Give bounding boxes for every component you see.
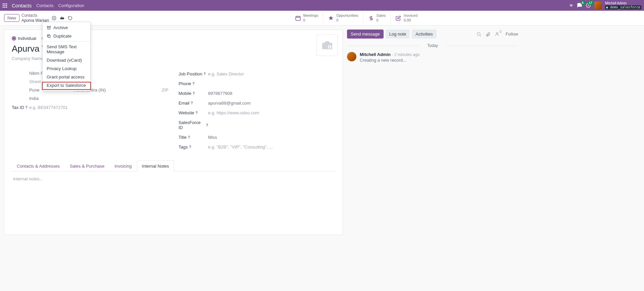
avatar (347, 52, 356, 61)
help-icon[interactable]: ? (196, 111, 198, 115)
cloud-upload-icon[interactable] (60, 15, 64, 21)
tab-contacts[interactable]: Contacts & Addresses (12, 160, 65, 172)
photo-upload[interactable] (316, 35, 338, 56)
star-icon (328, 15, 334, 21)
svg-point-7 (477, 32, 480, 35)
taxid-input[interactable]: e.g. BE0477472701 (29, 105, 68, 110)
svg-rect-3 (296, 16, 300, 20)
breadcrumb: Contacts Apurva Wanjari (21, 13, 49, 23)
date-separator: Today (347, 43, 518, 48)
jobposition-input[interactable]: e.g. Sales Director (208, 71, 244, 76)
tab-content: Internal notes... (12, 172, 335, 229)
stat-meetings[interactable]: Meetings0 (290, 12, 323, 23)
tab-notes[interactable]: Internal Notes (137, 160, 174, 172)
svg-rect-4 (47, 26, 51, 27)
apps-icon[interactable] (3, 3, 7, 8)
discard-icon[interactable] (68, 15, 72, 21)
help-icon[interactable]: ? (189, 145, 191, 149)
menu-privacy[interactable]: Privacy Lookup (43, 64, 90, 73)
activity-icon[interactable]: 17 (586, 3, 591, 8)
radio-icon (12, 36, 16, 41)
send-message-button[interactable]: Send message (347, 30, 384, 39)
breadcrumb-root[interactable]: Contacts (21, 13, 49, 18)
menu-export-salesforce[interactable]: Export to Salesforce (43, 81, 90, 90)
log-note-button[interactable]: Log note (386, 30, 410, 39)
stat-buttons: Meetings0 Opportunities0 Sales0 Invoiced… (290, 12, 423, 23)
help-icon[interactable]: ? (204, 72, 206, 76)
stat-sales[interactable]: Sales0 (363, 12, 391, 23)
user-menu[interactable]: Mitchell Admin ◉ demo_salesforce (605, 1, 641, 9)
zip-input[interactable]: ZIP (162, 88, 168, 93)
help-icon[interactable]: ? (188, 135, 190, 139)
activity-badge: 17 (588, 1, 594, 5)
follow-button[interactable]: Follow (505, 32, 518, 37)
calendar-icon (295, 15, 301, 21)
tags-input[interactable]: e.g. "B2B", "VIP", "Consulting", ... (208, 144, 273, 150)
help-icon[interactable]: ? (191, 101, 193, 105)
svg-point-2 (53, 18, 55, 19)
stat-opportunities[interactable]: Opportunities0 (323, 12, 363, 23)
title-input[interactable]: Miss (208, 135, 217, 140)
message-time: - 2 minutes ago (392, 52, 420, 57)
radio-individual[interactable]: Individual (12, 36, 36, 41)
search-icon[interactable] (477, 31, 482, 37)
help-icon[interactable]: ? (193, 82, 195, 85)
navbar: Contacts Contacts Configuration 6 17 Mit… (0, 0, 644, 11)
menu-sms[interactable]: Send SMS Text Message (43, 43, 90, 56)
help-icon[interactable]: ? (26, 106, 28, 109)
menu-duplicate[interactable]: Duplicate (43, 32, 90, 40)
control-bar: New Contacts Apurva Wanjari Meetings0 Op… (0, 11, 644, 25)
svg-point-8 (496, 33, 498, 34)
actions-dropdown: Archive Duplicate Send SMS Text Message … (42, 22, 91, 91)
stat-invoiced[interactable]: Invoiced0.00 (390, 12, 422, 23)
bug-icon[interactable] (569, 3, 574, 8)
avatar[interactable] (594, 2, 602, 9)
gear-icon[interactable] (52, 15, 56, 21)
email-input[interactable]: apurva88@gmail.com (208, 101, 251, 106)
help-icon[interactable]: ? (193, 92, 195, 95)
chatter: Send message Log note Activities 0 Follo… (347, 30, 518, 235)
chat-icon[interactable]: 6 (577, 3, 582, 8)
tab-sales[interactable]: Sales & Purchase (65, 160, 109, 172)
help-icon[interactable]: ? (206, 123, 208, 127)
chat-badge: 6 (581, 1, 585, 5)
dollar-icon (368, 15, 374, 21)
message-author[interactable]: Mitchell Admin (360, 52, 391, 57)
country-input[interactable]: India (12, 94, 168, 103)
svg-rect-5 (48, 35, 50, 38)
edit-icon (395, 15, 401, 21)
attachment-icon[interactable] (486, 31, 491, 37)
follower-icon[interactable]: 0 (495, 32, 502, 37)
website-input[interactable]: e.g. https://www.odoo.com (208, 110, 259, 115)
tab-invoicing[interactable]: Invoicing (109, 160, 137, 172)
menu-archive[interactable]: Archive (43, 23, 90, 32)
activities-button[interactable]: Activities (412, 30, 436, 39)
nav-configuration[interactable]: Configuration (58, 3, 84, 8)
message-text: Creating a new record... (360, 58, 518, 63)
new-button[interactable]: New (4, 14, 19, 22)
menu-vcard[interactable]: Download (vCard) (43, 56, 90, 64)
menu-portal[interactable]: Grant portal access (43, 73, 90, 81)
mobile-input[interactable]: 8978677908 (208, 91, 232, 96)
notes-input[interactable]: Internal notes... (13, 176, 334, 181)
svg-point-0 (570, 5, 572, 6)
tabs: Contacts & Addresses Sales & Purchase In… (12, 160, 335, 172)
app-title[interactable]: Contacts (12, 3, 32, 8)
nav-contacts[interactable]: Contacts (36, 3, 53, 8)
user-db: ◉ demo_salesforce (605, 5, 641, 9)
user-name: Mitchell Admin (605, 1, 641, 5)
message: Mitchell Admin - 2 minutes ago Creating … (347, 52, 518, 63)
